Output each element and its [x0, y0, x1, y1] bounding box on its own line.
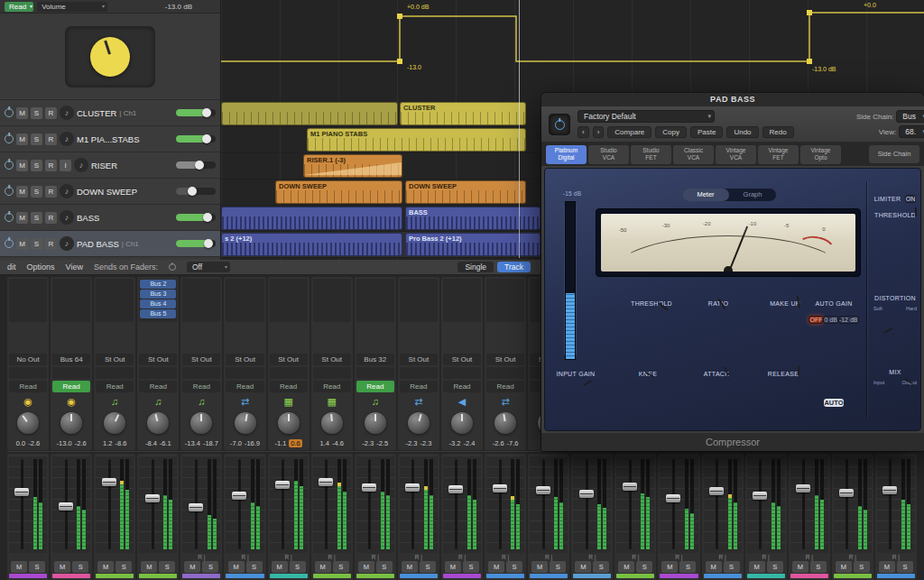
- slider-thumb[interactable]: [195, 161, 204, 170]
- fader-cap[interactable]: [882, 486, 897, 494]
- group-slot[interactable]: [270, 367, 308, 379]
- group-slot[interactable]: [400, 367, 438, 379]
- audio-region[interactable]: BASS: [405, 207, 541, 230]
- fader-cap[interactable]: [796, 484, 810, 493]
- sends-slots[interactable]: [270, 279, 308, 322]
- pan-knob[interactable]: [321, 412, 343, 434]
- group-slot[interactable]: [52, 367, 90, 379]
- send-slot[interactable]: Bus 5: [140, 309, 176, 318]
- solo-button[interactable]: S: [31, 186, 42, 198]
- solo-button[interactable]: S: [31, 160, 42, 171]
- sends-slots[interactable]: [226, 279, 263, 322]
- solo-button[interactable]: S: [31, 212, 42, 224]
- circuit-type-tab[interactable]: Vintage Opto: [800, 145, 841, 164]
- mute-button[interactable]: M: [141, 561, 157, 573]
- automation-read-button[interactable]: Read: [313, 381, 351, 392]
- pan-knob[interactable]: [408, 412, 430, 434]
- output-button[interactable]: St Out: [313, 354, 351, 365]
- pan-knob[interactable]: [278, 412, 300, 434]
- send-slot[interactable]: Bus 4: [140, 299, 176, 308]
- track-volume-slider[interactable]: [176, 161, 216, 169]
- track-power-icon[interactable]: [5, 108, 14, 117]
- fader-track[interactable]: [139, 456, 177, 553]
- side-chain-button[interactable]: Side Chain: [869, 145, 919, 163]
- audio-region[interactable]: [221, 207, 402, 230]
- fader-track[interactable]: [270, 456, 308, 553]
- circuit-type-tab[interactable]: Vintage VCA: [716, 145, 756, 164]
- fader-track[interactable]: [834, 456, 872, 553]
- automation-read-button[interactable]: Read: [52, 381, 90, 392]
- solo-button[interactable]: S: [767, 561, 783, 573]
- mute-button[interactable]: M: [16, 186, 28, 198]
- input-monitor-button[interactable]: I: [60, 160, 71, 171]
- fader-cap[interactable]: [623, 483, 637, 491]
- mute-button[interactable]: M: [879, 561, 895, 573]
- redo-button[interactable]: Redo: [762, 126, 794, 138]
- fader-cap[interactable]: [232, 492, 246, 500]
- mute-button[interactable]: M: [792, 561, 808, 573]
- track-name[interactable]: M1 PIA...STABS: [77, 134, 140, 144]
- solo-button[interactable]: S: [506, 561, 522, 573]
- auto-gain-option[interactable]: -12 dB: [838, 316, 859, 324]
- audio-region[interactable]: [221, 102, 398, 125]
- track-volume-slider[interactable]: [176, 188, 216, 195]
- prev-preset-button[interactable]: ‹: [578, 126, 589, 138]
- mute-button[interactable]: M: [488, 561, 504, 573]
- mute-button[interactable]: M: [575, 561, 591, 573]
- fader-track[interactable]: [400, 456, 438, 553]
- audio-region[interactable]: DOWN SWEEP: [275, 180, 402, 204]
- mute-button[interactable]: M: [836, 561, 852, 573]
- send-slot[interactable]: Bus 2: [140, 280, 176, 289]
- audio-region[interactable]: RISER.1 (-3): [303, 154, 402, 178]
- mute-button[interactable]: M: [16, 160, 28, 171]
- sends-slots[interactable]: [356, 279, 394, 322]
- undo-button[interactable]: Undo: [726, 126, 758, 138]
- mute-button[interactable]: M: [749, 561, 765, 573]
- mute-button[interactable]: M: [16, 133, 28, 145]
- track-volume-slider[interactable]: [176, 109, 216, 116]
- mute-button[interactable]: M: [16, 107, 28, 119]
- mute-button[interactable]: M: [16, 212, 28, 224]
- solo-button[interactable]: S: [159, 561, 175, 573]
- view-zoom-dropdown[interactable]: 68.: [899, 125, 924, 138]
- graph-toggle-option[interactable]: Graph: [729, 189, 776, 201]
- output-button[interactable]: St Out: [96, 354, 134, 365]
- automation-param-dropdown[interactable]: Volume: [37, 2, 107, 12]
- automation-read-button[interactable]: Read: [486, 381, 524, 392]
- solo-button[interactable]: S: [376, 561, 393, 573]
- track-view-button[interactable]: Track: [497, 262, 531, 272]
- output-button[interactable]: St Out: [139, 354, 177, 365]
- group-slot[interactable]: [139, 367, 177, 379]
- mute-button[interactable]: M: [184, 561, 200, 573]
- fader-cap[interactable]: [536, 486, 550, 494]
- record-button[interactable]: R: [45, 107, 57, 119]
- automation-read-button[interactable]: Read: [9, 381, 47, 392]
- track-power-icon[interactable]: [5, 239, 14, 248]
- copy-button[interactable]: Copy: [655, 126, 687, 138]
- next-preset-button[interactable]: ›: [593, 126, 605, 138]
- sends-slots[interactable]: [52, 279, 90, 322]
- fader-cap[interactable]: [405, 483, 420, 492]
- output-button[interactable]: St Out: [400, 354, 438, 365]
- group-slot[interactable]: [313, 367, 351, 379]
- mute-button[interactable]: M: [16, 238, 28, 250]
- track-power-icon[interactable]: [5, 134, 14, 143]
- slider-thumb[interactable]: [188, 187, 197, 196]
- menu-view[interactable]: View: [66, 262, 83, 272]
- mute-button[interactable]: M: [11, 561, 27, 573]
- track-header-row[interactable]: M S R ♪ PAD BASS | Ch1: [0, 231, 220, 257]
- output-button[interactable]: No Out: [9, 354, 47, 365]
- fader-cap[interactable]: [839, 489, 854, 497]
- track-name[interactable]: BASS: [77, 213, 99, 223]
- sends-slots[interactable]: [400, 279, 438, 322]
- auto-gain-option[interactable]: 0 dB: [823, 316, 837, 324]
- fader-cap[interactable]: [319, 478, 333, 486]
- automation-read-button[interactable]: Read: [400, 381, 438, 392]
- record-button[interactable]: R: [45, 160, 57, 171]
- circuit-type-tab[interactable]: Classic VCA: [673, 145, 714, 164]
- pan-knob[interactable]: [104, 412, 125, 434]
- fader-track[interactable]: [226, 456, 263, 553]
- track-name[interactable]: PAD BASS: [77, 239, 119, 249]
- mute-button[interactable]: M: [54, 561, 70, 573]
- fader-cap[interactable]: [448, 485, 463, 493]
